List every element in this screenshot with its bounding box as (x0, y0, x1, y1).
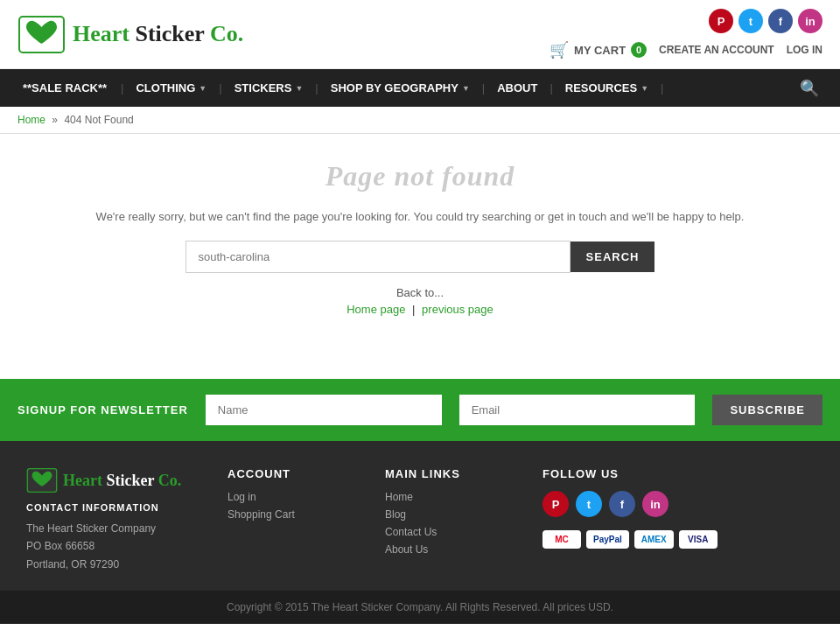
geography-dropdown-icon: ▼ (462, 84, 470, 93)
footer-twitter-icon[interactable]: t (576, 491, 602, 517)
link-separator: | (412, 303, 415, 316)
visa-icon: VISA (679, 530, 718, 549)
search-row: SEARCH (18, 241, 822, 273)
main-nav: **SALE RACK** | CLOTHING ▼ | STICKERS ▼ … (0, 69, 840, 107)
cart-button[interactable]: 🛒 MY CART 0 (550, 40, 647, 60)
main-content: Page not found We're really sorry, but w… (0, 134, 840, 379)
footer-company-name: The Heart Sticker Company (26, 520, 201, 537)
nav-geography-label: SHOP BY GEOGRAPHY (331, 81, 458, 94)
social-icons-row: P t f in (709, 9, 822, 33)
instagram-icon[interactable]: in (798, 9, 822, 33)
logo-area: Heart Sticker Co. (18, 15, 243, 54)
newsletter-name-input[interactable] (206, 395, 442, 425)
login-button[interactable]: LOG IN (787, 44, 822, 56)
back-links: Home page | previous page (18, 303, 822, 316)
footer-about-link[interactable]: About Us (385, 543, 516, 556)
footer-logo-text: Heart Sticker Co. (63, 472, 181, 490)
paypal-icon: PayPal (586, 530, 629, 549)
previous-page-link[interactable]: previous page (422, 303, 494, 316)
footer-main-links-title: MAIN LINKS (385, 467, 516, 480)
nav-clothing-label: CLOTHING (136, 81, 195, 94)
logo-icon (18, 15, 66, 54)
nav-clothing[interactable]: CLOTHING ▼ (123, 69, 219, 107)
header: Heart Sticker Co. P t f in 🛒 MY CART 0 C… (0, 0, 840, 69)
newsletter-section: SIGNUP FOR NEWSLETTER SUBSCRIBE (0, 379, 840, 441)
footer-login-link[interactable]: Log in (228, 491, 359, 503)
logo-text: Heart Sticker Co. (73, 21, 243, 47)
footer-social-icons: P t f in (542, 491, 814, 517)
header-right: P t f in 🛒 MY CART 0 CREATE AN ACCOUNT L… (550, 9, 822, 60)
nav-about[interactable]: ABOUT (485, 69, 550, 107)
page-not-found-title: Page not found (18, 160, 822, 192)
footer-contact-link[interactable]: Contact Us (385, 526, 516, 538)
footer-main-links-col: MAIN LINKS Home Blog Contact Us About Us (385, 467, 516, 561)
footer-blog-link[interactable]: Blog (385, 508, 516, 521)
home-page-link[interactable]: Home page (346, 303, 405, 316)
footer-account-title: ACCOUNT (228, 467, 359, 480)
nav-shop-by-geography[interactable]: SHOP BY GEOGRAPHY ▼ (318, 69, 482, 107)
pinterest-icon[interactable]: P (709, 9, 733, 33)
footer-facebook-icon[interactable]: f (609, 491, 635, 517)
resources-dropdown-icon: ▼ (640, 84, 648, 93)
footer-contact-title: CONTACT INFORMATION (26, 502, 201, 513)
footer-po-box: PO Box 66658 (26, 537, 201, 555)
logo-co: Co. (210, 21, 243, 46)
footer-city: Portland, OR 97290 (26, 556, 201, 573)
payment-icons: MC PayPal AMEX VISA (542, 530, 814, 549)
facebook-icon[interactable]: f (768, 9, 793, 33)
mastercard-icon: MC (542, 530, 581, 549)
breadcrumb-separator: » (52, 114, 58, 126)
twitter-icon[interactable]: t (738, 9, 763, 33)
breadcrumb: Home » 404 Not Found (0, 107, 840, 134)
nav-stickers-label: STICKERS (234, 81, 292, 94)
cart-icon: 🛒 (550, 40, 569, 60)
nav-divider-6: | (661, 81, 663, 94)
footer-home-link[interactable]: Home (385, 491, 516, 503)
footer-shopping-cart-link[interactable]: Shopping Cart (228, 508, 359, 521)
copyright: Copyright © 2015 The Heart Sticker Compa… (0, 591, 840, 624)
cart-label: MY CART (574, 44, 626, 57)
nav-resources[interactable]: RESOURCES ▼ (553, 69, 661, 107)
footer-logo-icon (26, 467, 58, 494)
nav-sale-rack[interactable]: **SALE RACK** (9, 69, 121, 107)
footer-follow-title: FOLLOW US (542, 467, 814, 480)
breadcrumb-home[interactable]: Home (18, 114, 46, 126)
footer-contact-info: The Heart Sticker Company PO Box 66658 P… (26, 520, 201, 573)
newsletter-email-input[interactable] (459, 395, 696, 425)
nav-search-icon[interactable]: 🔍 (788, 70, 831, 107)
footer-follow-col: FOLLOW US P t f in MC PayPal AMEX VISA (542, 467, 814, 549)
footer-account-col: ACCOUNT Log in Shopping Cart (228, 467, 359, 526)
amex-icon: AMEX (634, 530, 674, 549)
search-button[interactable]: SEARCH (570, 242, 655, 272)
logo-heart: Heart (73, 21, 130, 46)
footer-pinterest-icon[interactable]: P (542, 491, 569, 517)
newsletter-label: SIGNUP FOR NEWSLETTER (18, 403, 188, 416)
footer-instagram-icon[interactable]: in (642, 491, 668, 517)
footer-top: Heart Sticker Co. CONTACT INFORMATION Th… (26, 467, 814, 573)
header-actions: 🛒 MY CART 0 CREATE AN ACCOUNT LOG IN (550, 40, 822, 60)
logo-sticker: Sticker (130, 21, 210, 46)
clothing-dropdown-icon: ▼ (199, 84, 206, 93)
footer-logo-col: Heart Sticker Co. CONTACT INFORMATION Th… (26, 467, 201, 573)
subscribe-button[interactable]: SUBSCRIBE (712, 395, 822, 425)
nav-stickers[interactable]: STICKERS ▼ (222, 69, 316, 107)
footer: Heart Sticker Co. CONTACT INFORMATION Th… (0, 441, 840, 591)
nav-resources-label: RESOURCES (565, 81, 637, 94)
back-to-text: Back to... (18, 286, 822, 299)
stickers-dropdown-icon: ▼ (295, 84, 303, 93)
search-input[interactable] (186, 241, 570, 273)
footer-logo: Heart Sticker Co. (26, 467, 201, 494)
cart-count: 0 (631, 42, 647, 58)
sorry-text: We're really sorry, but we can't find th… (18, 210, 822, 223)
breadcrumb-current: 404 Not Found (64, 114, 133, 126)
create-account-button[interactable]: CREATE AN ACCOUNT (659, 44, 774, 56)
